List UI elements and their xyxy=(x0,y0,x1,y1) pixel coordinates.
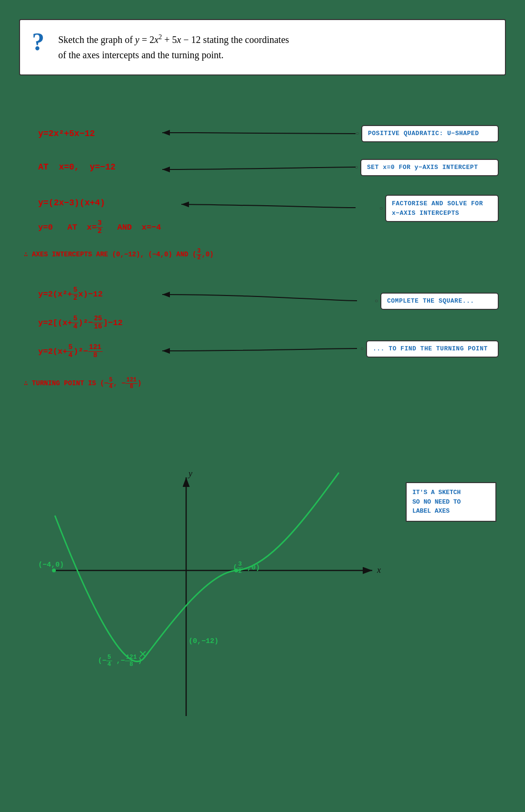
svg-text:x: x xyxy=(377,565,381,575)
callout-factorise: FACTORISE AND SOLVE FORx−AXIS INTERCEPTS xyxy=(385,195,499,222)
question-text: Sketch the graph of y = 2x2 + 5x − 12 st… xyxy=(58,32,289,63)
expr-factored: y=(2x−3)(x+4) xyxy=(38,198,105,208)
expr-complete-sq-2: y=2[(x+54)²−2516]−12 xyxy=(38,315,123,331)
svg-text:y: y xyxy=(188,469,192,478)
expr-x-intercepts: y=0 AT x=32 AND x=−4 xyxy=(38,220,161,235)
expr-complete-sq-1: y=2(x²+52x)−12 xyxy=(38,286,103,302)
label-0-neg12: (0,−12) xyxy=(189,637,219,645)
callout-turning-point: ... TO FIND THE TURNING POINT xyxy=(366,340,499,358)
expr-complete-sq-3: y=2(x+54)²−1218 xyxy=(38,344,103,359)
callout-complete-square: COMPLETE THE SQUARE... xyxy=(380,293,499,310)
question-box: ? Sketch the graph of y = 2x2 + 5x − 12 … xyxy=(19,19,506,75)
conclusion-intercepts: ∴ AXES INTERCEPTS ARE (0,−12), (−4,0) AN… xyxy=(24,248,214,261)
label-turning-point: (−54 ,−1218) xyxy=(98,654,142,668)
question-mark-icon: ? xyxy=(32,30,44,54)
callout-y-axis-intercept: SET x=0 FOR y−AXIS INTERCEPT xyxy=(360,159,499,176)
conclusion-turning-point: ∴ TURNING POINT IS (−54, −1218) xyxy=(24,377,142,390)
callout-positive-quadratic: POSITIVE QUADRATIC: U−SHAPED xyxy=(361,125,499,142)
graph-svg: x y ✕ xyxy=(0,0,525,812)
label-3half-0: (32 ,0) xyxy=(233,561,260,575)
label-neg4-0: (−4,0) xyxy=(38,561,64,569)
svg-point-5 xyxy=(52,569,56,572)
sketch-note-box: IT'S A SKETCH SO NO NEED TO LABEL AXES xyxy=(406,482,496,522)
expr-quadratic: y=2x²+5x−12 xyxy=(38,129,95,138)
expr-y-intercept: AT x=0, y=−12 xyxy=(38,162,116,172)
